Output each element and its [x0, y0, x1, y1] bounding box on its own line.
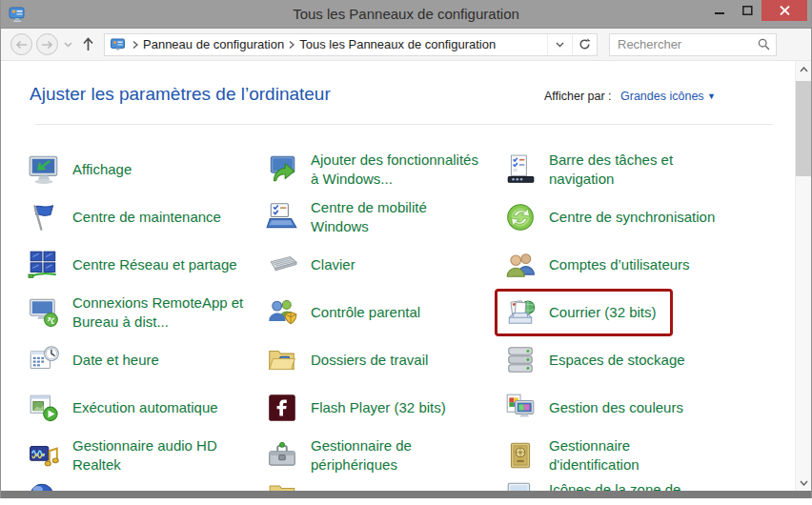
control-panel-item[interactable]: Comptes d’utilisateurs [504, 241, 790, 289]
mail-icon [504, 296, 537, 329]
audio-icon [28, 439, 60, 472]
refresh-button[interactable] [572, 34, 597, 55]
breadcrumb-item-current[interactable]: Tous les Panneaux de configuration [299, 37, 496, 51]
flash-icon [266, 392, 298, 424]
control-panel-item[interactable]: Exécution automatique [28, 384, 266, 432]
scrollbar-thumb[interactable] [796, 81, 812, 176]
content-area: Ajuster les paramètres de l’ordinateur A… [1, 61, 811, 491]
add-features-icon [266, 153, 298, 186]
autoplay-icon [28, 392, 60, 424]
search-input[interactable] [618, 37, 758, 51]
navigation-bar: Panneau de configuration Tous les Pannea… [1, 29, 811, 61]
view-by-label: Afficher par : [544, 90, 612, 103]
taskbar-icon [504, 153, 537, 186]
page-title: Ajuster les paramètres de l’ordinateur [30, 84, 331, 105]
folder-icon [266, 479, 298, 491]
control-panel-window: Tous les Panneaux de configuration [0, 0, 812, 498]
address-dropdown-button[interactable] [547, 34, 572, 55]
sphere-icon [28, 479, 60, 491]
control-panel-item[interactable]: Dossiers de travail [266, 336, 504, 384]
color-mgmt-icon [504, 392, 537, 424]
breadcrumb-item-root[interactable]: Panneau de configuration [143, 37, 284, 51]
chevron-down-icon: ▼ [707, 91, 716, 101]
control-panel-item[interactable]: Gestionnaire audio HD Realtek [28, 432, 266, 479]
title-bar[interactable]: Tous les Panneaux de configuration [1, 0, 811, 29]
recent-pages-dropdown-icon[interactable] [64, 42, 72, 48]
mobility-icon [266, 201, 298, 233]
control-panel-item[interactable]: Ajouter des fonctionnalités à Windows... [266, 146, 504, 193]
remoteapp-icon [28, 296, 60, 329]
control-panel-item[interactable]: Clavier [266, 241, 504, 289]
control-panel-items-grid: Affichage Ajouter des fonctionnalités à … [28, 146, 790, 491]
notification-area-icon [504, 479, 537, 491]
search-box [609, 33, 777, 56]
search-icon[interactable] [758, 38, 770, 50]
control-panel-item[interactable]: Centre Réseau et partage [28, 241, 266, 289]
breadcrumb-chevron-icon[interactable] [289, 41, 294, 49]
close-button[interactable] [761, 0, 807, 21]
toolbox-icon [266, 439, 298, 472]
control-panel-item[interactable]: Espaces de stockage [504, 336, 790, 384]
display-icon [28, 153, 60, 186]
scrollbar-track[interactable] [796, 77, 812, 475]
control-panel-item[interactable]: Date et heure [28, 336, 266, 384]
minimize-button[interactable] [706, 0, 734, 21]
control-panel-item[interactable]: Centre de mobilité Windows [266, 193, 504, 241]
window-bottom-border [1, 491, 811, 498]
control-panel-item[interactable]: Connexions RemoteApp et Bureau à dist... [28, 289, 266, 336]
control-panel-item[interactable] [266, 479, 504, 491]
breadcrumb-chevron-icon[interactable] [132, 41, 138, 49]
scroll-up-icon[interactable] [796, 61, 812, 77]
users-icon [504, 249, 537, 281]
flag-icon [28, 201, 60, 233]
control-panel-item[interactable]: Centre de maintenance [28, 193, 266, 241]
control-panel-item[interactable]: Gestionnaire d'identification [504, 432, 790, 479]
control-panel-item[interactable]: Gestionnaire de périphériques [266, 432, 504, 479]
maximize-button[interactable] [734, 0, 761, 21]
window-title: Tous les Panneaux de configuration [1, 0, 811, 29]
control-panel-item[interactable]: Gestion des couleurs [504, 384, 790, 432]
control-panel-item[interactable]: Affichage [28, 146, 266, 193]
scroll-down-icon[interactable] [796, 475, 812, 491]
forward-button[interactable] [36, 33, 58, 55]
network-icon [28, 249, 60, 281]
header-separator [35, 124, 773, 125]
back-button[interactable] [10, 33, 32, 55]
work-folder-icon [266, 344, 298, 376]
sync-icon [504, 201, 537, 233]
breadcrumb[interactable]: Panneau de configuration Tous les Pannea… [104, 33, 598, 56]
control-panel-item[interactable]: Contrôle parental [266, 289, 504, 336]
up-button[interactable] [82, 37, 94, 51]
control-panel-item[interactable]: Courrier (32 bits) [495, 289, 673, 336]
safe-icon [504, 439, 537, 472]
parental-icon [266, 296, 298, 329]
control-panel-item[interactable]: Centre de synchronisation [504, 193, 790, 241]
control-panel-item[interactable] [28, 479, 266, 491]
keyboard-icon [266, 249, 298, 281]
view-by-dropdown[interactable]: Grandes icônes ▼ [620, 90, 716, 103]
storage-icon [504, 344, 537, 376]
control-panel-small-icon [111, 38, 126, 51]
vertical-scrollbar[interactable] [795, 61, 811, 491]
datetime-icon [28, 344, 60, 376]
control-panel-item[interactable]: Flash Player (32 bits) [266, 384, 504, 432]
control-panel-item[interactable]: Barre des tâches et navigation [504, 146, 790, 193]
caption-buttons [706, 0, 807, 21]
control-panel-item[interactable]: Icônes de la zone de [504, 479, 790, 491]
